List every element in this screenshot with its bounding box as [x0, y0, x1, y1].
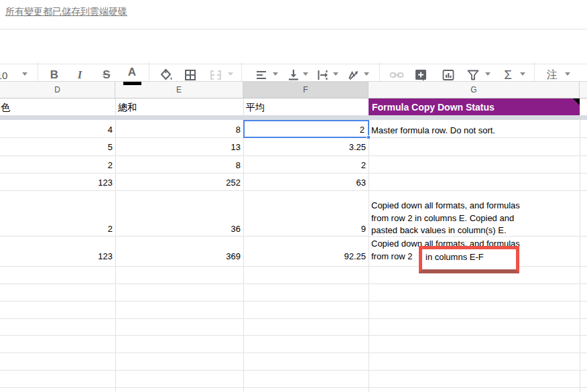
- cell-f1-label[interactable]: 平均: [246, 102, 265, 114]
- input-method-caret-icon[interactable]: [565, 72, 570, 76]
- cell[interactable]: 63: [255, 178, 366, 188]
- gridline: [369, 99, 369, 392]
- functions-caret-icon[interactable]: [520, 72, 525, 76]
- column-header-g[interactable]: G: [369, 82, 580, 98]
- gridline: [0, 318, 587, 319]
- cell[interactable]: 5: [13, 142, 113, 153]
- cell[interactable]: 9: [255, 224, 366, 235]
- cell-e1-label[interactable]: 總和: [118, 102, 137, 114]
- annotation-highlight-text: in columns E-F: [426, 252, 484, 262]
- cell[interactable]: 8: [134, 125, 241, 135]
- cell[interactable]: 123: [13, 178, 113, 188]
- gridline: [0, 283, 587, 284]
- cell[interactable]: 36: [134, 224, 241, 235]
- gridline: [0, 236, 587, 237]
- cell[interactable]: pasted back values in column(s) E.: [371, 225, 507, 235]
- formula-status-header-cell[interactable]: Formula Copy Down Status: [369, 99, 580, 115]
- cell[interactable]: 92.25: [255, 251, 366, 262]
- cell[interactable]: Master formula row. Do not sort.: [371, 125, 495, 135]
- frozen-row-divider[interactable]: [0, 115, 587, 120]
- toolbar: 10 B I S A: [0, 29, 587, 64]
- gridline: [0, 155, 587, 156]
- font-size-caret-icon[interactable]: [22, 72, 27, 76]
- filter-caret-icon[interactable]: [485, 72, 491, 76]
- column-header-f[interactable]: F: [243, 82, 369, 98]
- cell[interactable]: 369: [134, 251, 241, 262]
- gridline: [0, 387, 587, 388]
- annotation-highlight-box: in columns E-F: [419, 246, 519, 273]
- text-wrap-caret-icon[interactable]: [333, 72, 338, 76]
- cell[interactable]: 2: [255, 160, 366, 171]
- text-rotate-caret-icon[interactable]: [364, 72, 369, 76]
- cell[interactable]: 4: [13, 125, 113, 135]
- cell[interactable]: from row 2 in columns E. Copied and: [371, 213, 514, 223]
- text-color-swatch[interactable]: [123, 82, 141, 85]
- gridline: [0, 301, 587, 302]
- note-corner-icon: [573, 99, 580, 105]
- cell[interactable]: 252: [134, 178, 241, 188]
- gridline: [0, 173, 587, 174]
- column-header-h-sliver[interactable]: [580, 82, 587, 98]
- cell[interactable]: 123: [13, 251, 113, 262]
- cell[interactable]: 2: [13, 224, 113, 235]
- selected-cell[interactable]: [243, 120, 369, 138]
- cell[interactable]: from row 2: [371, 251, 412, 261]
- column-header-d[interactable]: D: [0, 82, 115, 98]
- save-status-link[interactable]: 所有變更都已儲存到雲端硬碟: [5, 6, 127, 18]
- formula-status-title: Formula Copy Down Status: [372, 102, 495, 113]
- gridline: [0, 335, 587, 336]
- fill-handle[interactable]: [367, 135, 371, 139]
- gridline: [0, 352, 587, 353]
- gridline: [580, 99, 580, 392]
- cell[interactable]: Copied down all formats, and formulas: [371, 200, 520, 210]
- gridline: [0, 370, 587, 371]
- text-color-button[interactable]: A: [122, 64, 142, 81]
- vertical-align-caret-icon[interactable]: [303, 72, 308, 76]
- cell[interactable]: 2: [13, 160, 113, 171]
- horizontal-align-caret-icon[interactable]: [273, 72, 278, 76]
- cell[interactable]: 13: [134, 142, 241, 153]
- merge-cells-caret-icon[interactable]: [228, 72, 233, 76]
- cell-d1-label[interactable]: 顏色: [0, 102, 10, 114]
- gridline: [0, 190, 587, 191]
- cell[interactable]: 8: [134, 160, 241, 171]
- column-header-strip: D E F G: [0, 81, 587, 99]
- cell[interactable]: 3.25: [255, 142, 366, 153]
- gridline: [115, 99, 116, 392]
- gridline: [243, 99, 244, 392]
